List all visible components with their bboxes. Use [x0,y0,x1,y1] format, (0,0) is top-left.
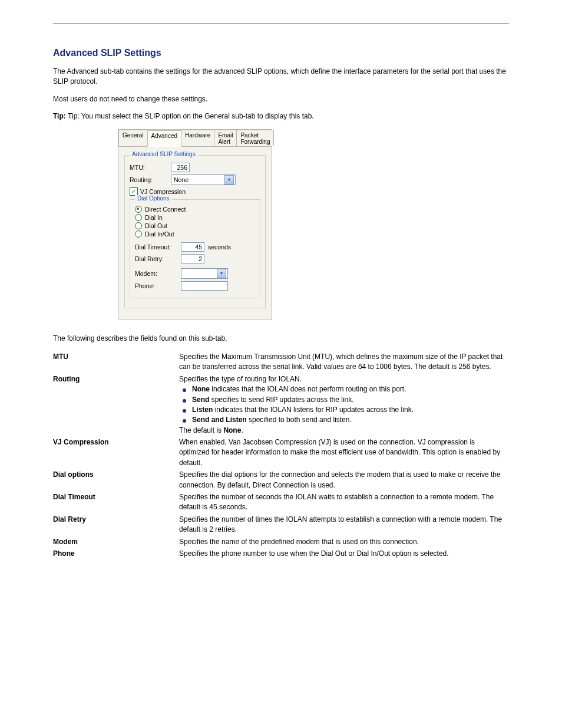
input-dial-timeout[interactable] [181,242,204,252]
val-dial: Specifies the dial options for the conne… [179,469,509,491]
radio-out-label: Dial Out [145,222,167,229]
radio-icon [135,222,142,229]
label-routing: Routing: [130,176,167,183]
input-mtu[interactable] [171,163,190,172]
row-modem: Modem Specifies the name of the predefin… [53,536,509,548]
val-retry: Specifies the number of times the IOLAN … [179,513,509,536]
intro-tip-text: Tip: You must select the SLIP option on … [68,112,314,120]
legend-advanced-slip: Advanced SLIP Settings [130,151,198,157]
radio-dial-in[interactable]: Dial In [135,214,255,221]
key-routing: Routing [53,373,179,436]
input-dial-retry[interactable] [181,254,204,263]
group-dial-options: Dial Options Direct Connect Dial In Dial… [130,199,260,298]
chevron-down-icon: ▾ [217,269,226,278]
row-mtu: MTU Specifies the Maximum Transmission U… [53,351,509,373]
dialog-screenshot: General Advanced Hardware Email Alert Pa… [118,129,272,319]
label-modem: Modem: [135,270,177,277]
routing-default: The default is None. [179,426,507,436]
key-vj: VJ Compression [53,436,179,469]
row-timeout: Dial Timeout Specifies the number of sec… [53,491,509,513]
val-vj: When enabled, Van Jacobsen Compression (… [179,436,509,469]
tab-bar: General Advanced Hardware Email Alert Pa… [118,130,272,147]
key-timeout: Dial Timeout [53,491,179,513]
row-phone: Phone Specifies the phone number to use … [53,548,509,559]
val-modem: Specifies the name of the predefined mod… [179,536,509,548]
key-modem: Modem [53,536,179,548]
checkbox-vj-label: VJ Compression [140,188,186,195]
routing-line-0: Specifies the type of routing for IOLAN. [179,374,507,384]
key-phone: Phone [53,548,179,559]
check-icon: ✓ [130,187,138,196]
checkbox-vj-compression[interactable]: ✓ VJ Compression [130,187,186,196]
label-phone: Phone: [135,282,177,289]
radio-dial-out[interactable]: Dial Out [135,222,255,229]
row-vj: VJ Compression When enabled, Van Jacobse… [53,436,509,469]
select-routing-value: None [174,176,189,183]
tab-email-alert[interactable]: Email Alert [214,130,237,146]
val-timeout: Specifies the number of seconds the IOLA… [179,491,509,513]
radio-icon [135,230,142,238]
chevron-down-icon: ▾ [224,175,234,185]
field-intro: The following describes the fields found… [53,334,509,344]
tab-packet-forwarding[interactable]: Packet Forwarding [236,130,274,146]
legend-dial-options: Dial Options [135,195,171,202]
radio-dial-inout[interactable]: Dial In/Out [135,230,255,238]
label-dial-retry: Dial Retry: [135,255,177,262]
tab-hardware[interactable]: Hardware [181,130,214,146]
section-title: Advanced SLIP Settings [53,48,509,58]
field-descriptions: MTU Specifies the Maximum Transmission U… [53,351,509,559]
tab-general[interactable]: General [118,130,148,146]
key-mtu: MTU [53,351,179,373]
label-dial-timeout: Dial Timeout: [135,243,177,251]
radio-icon [135,206,142,213]
radio-inout-label: Dial In/Out [145,230,174,238]
key-retry: Dial Retry [53,513,179,536]
val-phone: Specifies the phone number to use when t… [179,548,509,559]
input-phone[interactable] [181,281,228,291]
row-retry: Dial Retry Specifies the number of times… [53,513,509,536]
label-mtu: MTU: [130,164,167,171]
select-routing[interactable]: None ▾ [171,174,236,185]
top-rule [53,24,509,24]
val-mtu: Specifies the Maximum Transmission Unit … [179,351,509,373]
key-dial: Dial options [53,469,179,491]
intro-2: Most users do not need to change these s… [53,94,509,104]
val-routing: Specifies the type of routing for IOLAN.… [179,373,509,436]
tab-advanced[interactable]: Advanced [147,130,181,147]
row-routing: Routing Specifies the type of routing fo… [53,373,509,436]
radio-direct-label: Direct Connect [145,206,186,213]
radio-in-label: Dial In [145,214,163,221]
label-seconds: seconds [208,243,231,251]
radio-direct-connect[interactable]: Direct Connect [135,206,255,213]
group-advanced-slip: Advanced SLIP Settings MTU: Routing: Non… [124,155,266,308]
select-modem[interactable]: ▾ [181,268,228,279]
intro-tip: Tip: Tip: You must select the SLIP optio… [53,111,509,121]
radio-icon [135,214,142,221]
intro-1: The Advanced sub-tab contains the settin… [53,67,509,87]
row-dial: Dial options Specifies the dial options … [53,469,509,491]
